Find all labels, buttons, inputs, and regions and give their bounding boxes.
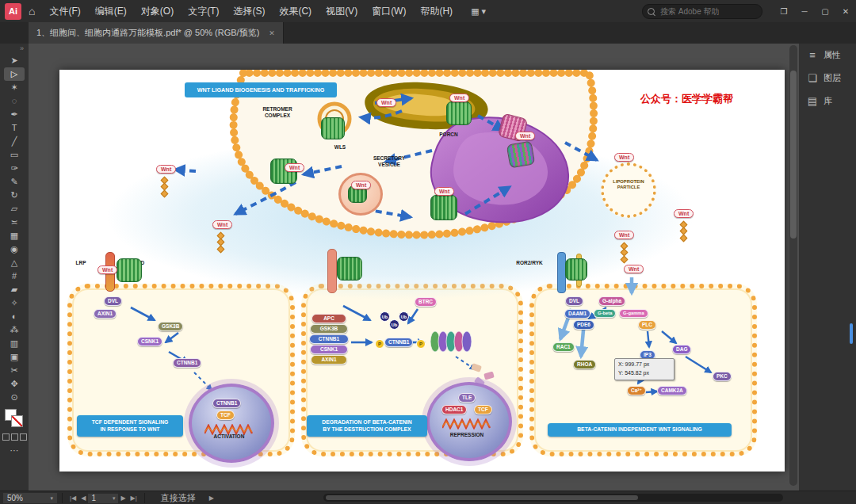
fzd-receptor-coil[interactable] [117, 258, 142, 282]
protein-daam1[interactable]: DAAM1 [564, 309, 590, 319]
protein-ctnnb1-phospho[interactable]: CTNNB1 [384, 338, 413, 347]
label-wls[interactable]: WLS [323, 144, 357, 151]
tool-column-graph[interactable]: ▥ [4, 337, 25, 350]
protein-csnk1[interactable]: CSNK1 [137, 337, 162, 346]
horizontal-scrollbar-thumb[interactable] [326, 495, 638, 500]
vertical-scrollbar[interactable] [789, 45, 797, 486]
label-porcn[interactable]: PORCN [429, 132, 468, 138]
tool-pencil[interactable]: ✎ [4, 175, 25, 189]
close-button[interactable]: ✕ [835, 0, 856, 22]
tool-hand[interactable]: ✥ [4, 377, 25, 391]
panel3-caption[interactable]: BETA-CATENIN INDEPENDENT WNT SIGNALING [548, 423, 732, 437]
wnt-badge[interactable]: Wnt [212, 220, 232, 229]
tool-lasso[interactable]: ◌ [4, 94, 25, 108]
protein-ggamma[interactable]: G-gamma [619, 309, 648, 318]
tool-rotate[interactable]: ↻ [4, 189, 25, 202]
wnt-badge[interactable]: Wnt [434, 187, 454, 196]
protein-camk2a[interactable]: CAMK2A [657, 386, 687, 395]
next-artboard-button[interactable]: ▶ [118, 494, 128, 502]
wnt-badge[interactable]: Wnt [515, 132, 535, 140]
porcn-coil[interactable] [446, 101, 472, 125]
phosphate[interactable]: P [416, 339, 426, 349]
protein-csnk1[interactable]: CSNK1 [310, 345, 348, 354]
tool-gradient[interactable]: ▰ [4, 283, 25, 296]
artboard[interactable]: WNT LIGAND BIOGENESIS AND TRAFFICKING 公众… [59, 70, 785, 472]
ubiquitin[interactable]: Ub [399, 311, 409, 322]
canvas-area[interactable]: WNT LIGAND BIOGENESIS AND TRAFFICKING 公众… [29, 44, 799, 491]
wnt-badge[interactable]: Wnt [614, 231, 634, 239]
protein-rac1[interactable]: RAC1 [552, 342, 575, 352]
panel-tab-properties[interactable]: ≡ 属性 [799, 44, 856, 67]
tool-paintbrush[interactable]: ✑ [4, 162, 25, 175]
label-lrp[interactable]: LRP [69, 260, 93, 266]
toolbar-collapse-icon[interactable]: » [20, 44, 29, 54]
menu-window[interactable]: 窗口(W) [365, 0, 413, 22]
tool-free-transform[interactable]: ▦ [4, 229, 25, 242]
protein-ctnnb1[interactable]: CTNNB1 [173, 358, 201, 368]
protein-gsk3b[interactable]: GSK3B [310, 324, 348, 334]
protein-dvl[interactable]: DVL [104, 296, 122, 306]
home-icon[interactable]: ⌂ [21, 5, 42, 17]
tool-scale[interactable]: ▱ [4, 202, 25, 216]
protein-apc[interactable]: APC [311, 314, 346, 323]
wnt-badge[interactable]: Wnt [449, 94, 469, 102]
illustrator-logo[interactable]: Ai [5, 3, 21, 20]
protein-ctnnb1[interactable]: CTNNB1 [309, 334, 349, 344]
menu-view[interactable]: 视图(V) [319, 0, 365, 22]
tool-rectangle[interactable]: ▭ [4, 148, 25, 162]
workspace-switcher[interactable]: ▦ ▾ [471, 6, 486, 17]
scroll-right-arrow[interactable]: ▶ [207, 494, 216, 502]
tool-mesh[interactable]: # [4, 269, 25, 283]
wls-coil[interactable] [321, 117, 345, 139]
document-tab[interactable]: 1、细胞间、细胞内通路万能模板.pdf* @ 50% (RGB/预览) ✕ [29, 22, 284, 44]
watermark-text[interactable]: 公众号：医学学霸帮 [640, 92, 733, 106]
membrane-protein-coil[interactable] [430, 195, 457, 220]
protein-plc[interactable]: PLC [638, 320, 656, 330]
search-input[interactable] [659, 6, 749, 17]
ubiquitin[interactable]: Ub [380, 311, 390, 322]
panel1-caption[interactable]: TCF DEPENDENT SIGNALINGIN RESPONSE TO WN… [77, 415, 183, 437]
protein-tcf[interactable]: TCF [474, 405, 492, 414]
minimize-button[interactable]: ─ [794, 0, 815, 22]
tool-direct-selection[interactable]: ▷ [4, 67, 25, 81]
protein-dvl[interactable]: DVL [565, 296, 583, 306]
panel-tab-libraries[interactable]: ▤ 库 [799, 90, 856, 113]
tab-close-icon[interactable]: ✕ [269, 29, 275, 37]
label-retromer-complex[interactable]: RETROMERCOMPLEX [246, 106, 309, 119]
arrange-windows-icon[interactable]: ❐ [774, 0, 794, 22]
protein-axin1[interactable]: AXIN1 [94, 309, 117, 319]
wnt-badge[interactable]: Wnt [674, 209, 694, 218]
phosphate[interactable]: P [375, 339, 384, 349]
tool-line-segment[interactable]: ╱ [4, 135, 25, 148]
panel2-receptor-coil[interactable] [337, 257, 362, 281]
protein-tcf[interactable]: TCF [216, 410, 235, 420]
draw-normal-icon[interactable] [2, 433, 10, 441]
artboard-number-dropdown[interactable]: 1 ▾ [88, 494, 118, 503]
panel-tab-layers[interactable]: ❏ 图层 [799, 67, 856, 90]
tool-type[interactable]: T [4, 121, 25, 135]
protein-axin1[interactable]: AXIN1 [311, 355, 347, 365]
help-search[interactable] [642, 4, 762, 19]
tool-artboard[interactable]: ▣ [4, 350, 25, 364]
ubiquitin[interactable]: Ub [389, 319, 399, 330]
protein-btrc[interactable]: BTRC [415, 297, 437, 307]
wnt-badge[interactable]: Wnt [97, 265, 117, 274]
protein-rhoa[interactable]: RHOA [573, 360, 596, 369]
tool-slice[interactable]: ✂ [4, 364, 25, 377]
draw-mode-buttons[interactable] [2, 433, 27, 441]
protein-galpha[interactable]: G-alpha [598, 296, 625, 306]
tool-magic-wand[interactable]: ✶ [4, 81, 25, 94]
wnt-badge[interactable]: Wnt [285, 163, 304, 172]
draw-inside-icon[interactable] [20, 433, 27, 441]
protein-pkc[interactable]: PKC [713, 372, 732, 381]
label-secretory-vesicle[interactable]: SECRETORYVESICLE [357, 155, 421, 168]
menu-edit[interactable]: 编辑(E) [88, 0, 134, 22]
panel2-receptor[interactable] [327, 249, 337, 293]
tool-eyedropper[interactable]: ✧ [4, 296, 25, 310]
zoom-dropdown[interactable]: 50% ▾ [3, 493, 57, 503]
protein-tle[interactable]: TLE [458, 393, 476, 403]
menu-help[interactable]: 帮助(H) [413, 0, 460, 22]
ror2-ryk-coil[interactable] [565, 258, 587, 281]
tool-selection[interactable]: ➤ [4, 54, 25, 67]
tool-shape-builder[interactable]: ◉ [4, 242, 25, 256]
